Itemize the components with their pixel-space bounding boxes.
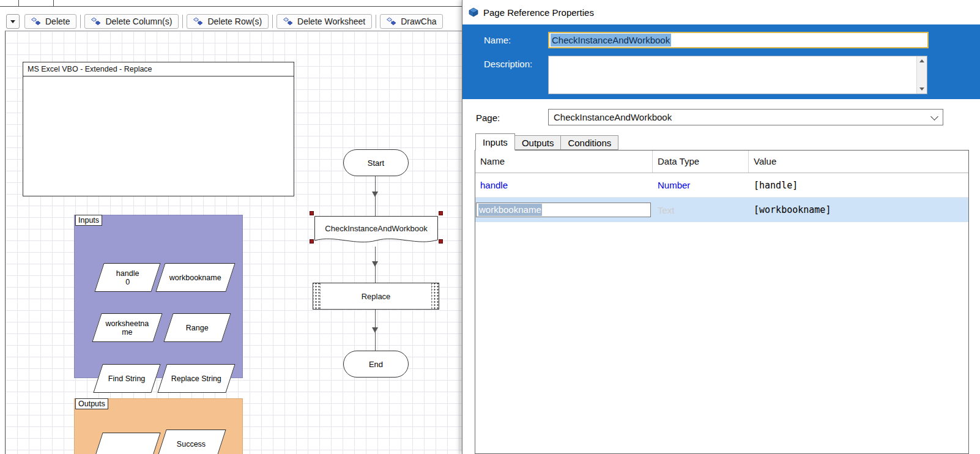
flow-arrow-icon	[372, 192, 378, 197]
end-stage[interactable]: End	[343, 351, 409, 378]
tab-conditions[interactable]: Conditions	[560, 135, 618, 150]
delete-worksheet-button[interactable]: Delete Worksheet	[277, 14, 372, 29]
param-datatype: Text	[653, 205, 749, 215]
dialog-title: Page Reference Properties	[483, 7, 594, 18]
column-header-name[interactable]: Name	[475, 151, 653, 173]
data-item-replace-string[interactable]: Replace String	[157, 364, 235, 393]
page-label: Page:	[476, 113, 500, 123]
canvas-tab[interactable]	[18, 0, 54, 6]
selection-handle[interactable]	[310, 239, 314, 244]
scroll-up-icon[interactable]	[919, 59, 924, 62]
data-item-label: handle 0	[116, 269, 139, 286]
stage-icon	[387, 17, 396, 26]
data-item-workbookname[interactable]: workbookname	[155, 263, 235, 292]
table-row[interactable]: handle Number [handle]	[475, 173, 968, 198]
delete-button[interactable]: Delete	[24, 14, 76, 29]
column-header-value[interactable]: Value	[749, 151, 968, 173]
anchor-dots-right	[431, 283, 439, 309]
action-stage-replace[interactable]: Replace	[313, 283, 439, 310]
stage-icon	[91, 17, 101, 26]
param-value: [handle]	[749, 180, 968, 191]
delete-rows-button-label: Delete Row(s)	[207, 17, 262, 26]
tab-outputs[interactable]: Outputs	[514, 135, 562, 150]
delete-worksheet-button-label: Delete Worksheet	[297, 17, 365, 26]
flow-arrow-icon	[372, 261, 378, 267]
outputs-group[interactable]: Outputs Success	[74, 398, 243, 454]
name-description-panel: Name: CheckInstanceAndWorkbook Descripti…	[462, 24, 980, 99]
delete-columns-button[interactable]: Delete Column(s)	[84, 14, 179, 29]
data-item-label: Range	[186, 324, 209, 332]
data-item-partial[interactable]	[93, 433, 160, 454]
vbo-group-title: MS Excel VBO - Extended - Replace	[23, 62, 294, 76]
anchor-dots-left	[313, 283, 321, 309]
vbo-group-box[interactable]: MS Excel VBO - Extended - Replace	[23, 62, 294, 196]
param-datatype: Number	[653, 180, 749, 190]
stage-icon	[193, 17, 203, 26]
selection-handle[interactable]	[439, 239, 443, 244]
page-reference-properties-dialog: Page Reference Properties Name: CheckIns…	[462, 0, 980, 454]
toolbar-dropdown-button[interactable]	[6, 14, 20, 29]
description-field	[548, 56, 927, 94]
tab-inputs[interactable]: Inputs	[475, 133, 515, 151]
toolbar-separator	[182, 15, 183, 28]
table-header-row: Name Data Type Value	[475, 151, 968, 173]
name-label: Name:	[484, 35, 511, 45]
process-studio-pane: Delete Delete Column(s) Delete Row(s)	[0, 0, 462, 454]
param-name-cell: workbookname	[475, 203, 653, 217]
data-item-label: workbookname	[169, 274, 221, 282]
data-item-handle[interactable]: handle 0	[94, 263, 160, 292]
action-stage-label: Replace	[321, 283, 431, 309]
scroll-down-icon[interactable]	[919, 87, 924, 91]
param-value: [workbookname]	[749, 204, 968, 215]
properties-dialog-icon	[469, 7, 478, 17]
process-canvas[interactable]: MS Excel VBO - Extended - Replace Inputs…	[5, 31, 462, 454]
page-reference-stage[interactable]: CheckInstanceAndWorkbook	[314, 216, 438, 247]
data-item-label: Replace String	[171, 374, 221, 383]
inputs-parameter-table: Name Data Type Value handle Number [hand…	[475, 150, 969, 454]
page-dropdown-value: CheckInstanceAndWorkbook	[554, 112, 672, 122]
data-item-label: worksheetname	[103, 319, 152, 337]
param-name-edit-input[interactable]: workbookname	[476, 203, 651, 217]
inputs-group[interactable]: Inputs handle 0 workbookname worksheetna…	[74, 215, 243, 378]
name-input-selected-text: CheckInstanceAndWorkbook	[551, 34, 671, 47]
selection-handle[interactable]	[310, 211, 314, 215]
page-reference-label: CheckInstanceAndWorkbook	[314, 216, 438, 241]
data-item-label: Success	[177, 440, 206, 448]
caret-down-icon	[10, 20, 15, 23]
inputs-group-label: Inputs	[75, 215, 102, 226]
delete-button-label: Delete	[45, 17, 70, 26]
toolbar-separator	[376, 15, 376, 28]
data-item-success[interactable]: Success	[157, 430, 226, 454]
table-row-selected[interactable]: workbookname Text [workbookname]	[475, 198, 968, 222]
data-item-range[interactable]: Range	[163, 313, 231, 342]
drawchart-button-label: DrawCha	[401, 17, 436, 26]
screen: Delete Delete Column(s) Delete Row(s)	[0, 0, 980, 454]
data-item-find-string[interactable]: Find String	[93, 364, 160, 393]
parameter-tabs: Inputs Outputs Conditions	[475, 133, 618, 150]
param-name-selected-text: workbookname	[478, 204, 542, 216]
drawchart-button[interactable]: DrawCha	[380, 14, 443, 29]
description-label: Description:	[484, 59, 532, 69]
delete-rows-button[interactable]: Delete Row(s)	[187, 14, 269, 29]
stage-icon	[283, 17, 293, 26]
description-textarea[interactable]	[549, 56, 916, 94]
page-dropdown[interactable]: CheckInstanceAndWorkbook	[548, 109, 943, 125]
stage-icon	[31, 17, 41, 26]
selection-handle[interactable]	[439, 211, 443, 215]
outputs-group-label: Outputs	[75, 398, 108, 409]
column-header-datatype[interactable]: Data Type	[653, 151, 749, 173]
param-name: handle	[475, 180, 653, 190]
dialog-titlebar: Page Reference Properties	[462, 0, 980, 24]
tab-strip-line	[0, 6, 462, 7]
toolbar-separator	[272, 15, 273, 28]
delete-columns-button-label: Delete Column(s)	[105, 17, 172, 26]
toolbar-separator	[80, 15, 81, 28]
canvas-toolbar: Delete Delete Column(s) Delete Row(s)	[5, 13, 462, 30]
start-stage[interactable]: Start	[343, 149, 409, 176]
chevron-down-icon	[930, 113, 938, 121]
flow-arrow-icon	[372, 327, 378, 333]
data-item-label: Find String	[108, 374, 145, 383]
name-input[interactable]: CheckInstanceAndWorkbook	[548, 32, 929, 48]
description-scrollbar[interactable]	[916, 56, 927, 94]
data-item-worksheetname[interactable]: worksheetname	[92, 313, 162, 342]
